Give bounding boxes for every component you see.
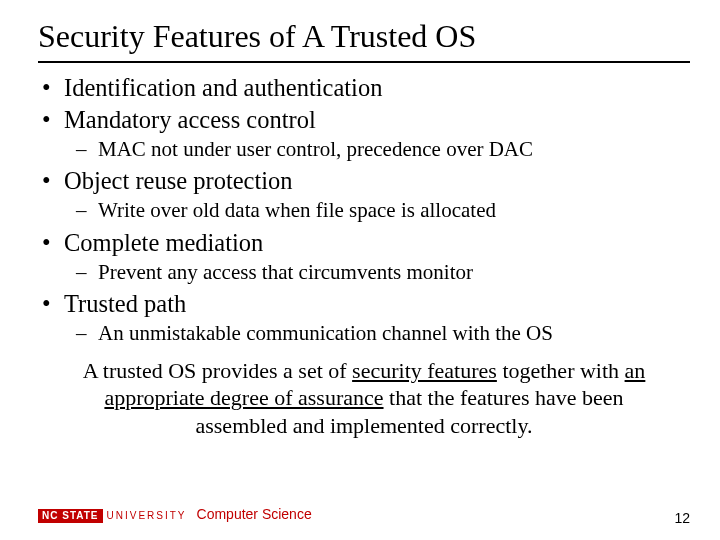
subbullet-trusted-path-note: An unmistakable communication channel wi…: [38, 321, 690, 347]
bullet-identification: Identification and authentication: [38, 73, 690, 103]
bullet-trusted-path: Trusted path: [38, 289, 690, 319]
department-label: Computer Science: [197, 506, 312, 522]
subbullet-mediation-note: Prevent any access that circumvents moni…: [38, 260, 690, 286]
summary-part-1: A trusted OS provides a set of: [83, 358, 352, 383]
logo-brand-text: NC STATE: [38, 509, 103, 523]
title-rule: [38, 61, 690, 63]
summary-underline-1: security features: [352, 358, 497, 383]
logo-university-text: UNIVERSITY: [103, 510, 187, 521]
bullet-complete-mediation: Complete mediation: [38, 228, 690, 258]
slide-title: Security Features of A Trusted OS: [38, 18, 690, 55]
subbullet-object-reuse-note: Write over old data when file space is a…: [38, 198, 690, 224]
bullet-mac: Mandatory access control: [38, 105, 690, 135]
summary-text: A trusted OS provides a set of security …: [66, 357, 662, 440]
ncsu-logo: NC STATEUNIVERSITY: [38, 505, 187, 523]
summary-part-2: together with: [497, 358, 625, 383]
slide-content: Identification and authentication Mandat…: [38, 73, 690, 439]
bullet-object-reuse: Object reuse protection: [38, 166, 690, 196]
subbullet-mac-note: MAC not under user control, precedence o…: [38, 137, 690, 163]
footer: NC STATEUNIVERSITY Computer Science 12: [38, 504, 690, 526]
slide: Security Features of A Trusted OS Identi…: [0, 0, 720, 540]
page-number: 12: [674, 510, 690, 526]
